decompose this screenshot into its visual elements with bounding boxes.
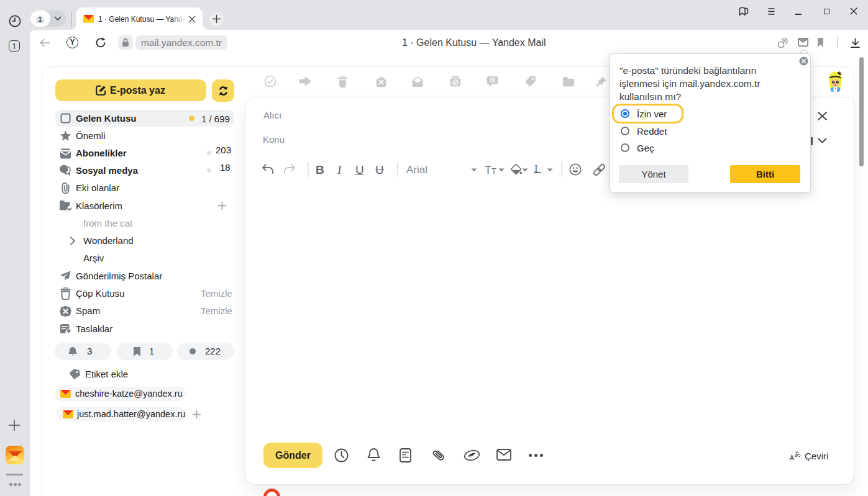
svg-text:1: 1 xyxy=(39,16,42,23)
svg-text:あ: あ xyxy=(794,450,801,458)
svg-text:A: A xyxy=(790,454,794,461)
